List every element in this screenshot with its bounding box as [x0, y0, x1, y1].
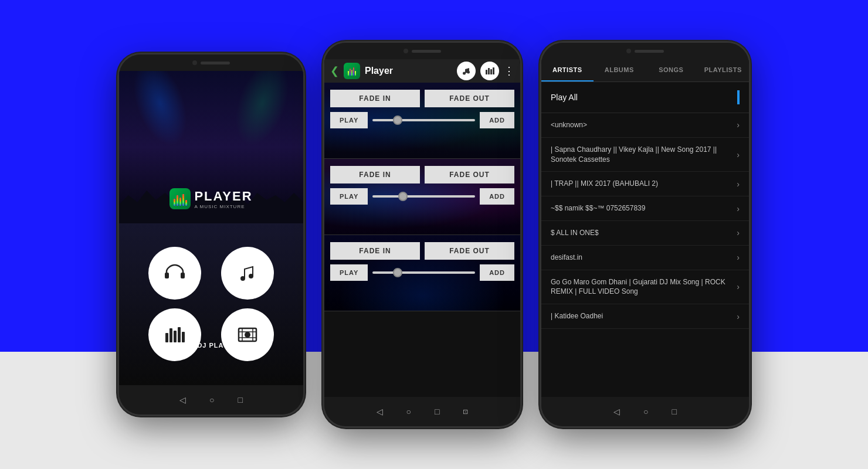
list-item-7[interactable]: | Katidee Oadhei ›: [541, 304, 749, 329]
deck1-thumb[interactable]: [393, 115, 402, 125]
eq-bar-5: [185, 200, 187, 206]
speaker-1: [201, 62, 230, 64]
deck1-row1: FADE IN FADE OUT: [330, 90, 514, 107]
camera-1: [192, 60, 197, 65]
deck3-controls: FADE IN FADE OUT PLAY ADD: [330, 242, 514, 281]
eq-bar-2: [177, 195, 178, 206]
speaker-2: [412, 50, 441, 53]
music-button[interactable]: [221, 247, 274, 300]
phone-3: ARTISTS ALBUMS SONGS PLAYLISTS Play All …: [540, 41, 751, 428]
back-nav-3[interactable]: ◁: [613, 407, 620, 416]
svg-rect-17: [486, 70, 487, 74]
list-item-6[interactable]: Go Go Maro Gom Dhani | Gujarati DJ Mix S…: [541, 270, 749, 305]
back-nav-2[interactable]: ◁: [377, 407, 383, 416]
list-item-3[interactable]: ~$$ namik $$~™ 0752657839 ›: [541, 196, 749, 221]
recents-nav-3[interactable]: □: [672, 407, 677, 416]
deck2-slider[interactable]: [372, 195, 475, 198]
deck2-fade-out[interactable]: FADE OUT: [425, 166, 514, 183]
chevron-2: ›: [737, 179, 740, 189]
deck2-row1: FADE IN FADE OUT: [330, 166, 514, 183]
player-header: ❮ Player: [324, 59, 520, 83]
chevron-0: ›: [737, 120, 740, 130]
play-all-text: Play All: [551, 93, 733, 102]
artists-list: Play All <unknown> › | Sapna Chaudhary |…: [541, 82, 749, 393]
list-item-0[interactable]: <unknown> ›: [541, 113, 749, 138]
svg-point-14: [245, 332, 250, 338]
app-nav-2[interactable]: ⊡: [463, 408, 468, 416]
equalizer-button[interactable]: [148, 308, 201, 361]
artist-name-4: $ ALL IN ONE$: [551, 228, 737, 238]
deck2-thumb[interactable]: [398, 192, 408, 201]
deck3-slider[interactable]: [372, 271, 475, 274]
list-item-4[interactable]: $ ALL IN ONE$ ›: [541, 221, 749, 246]
music-note-icon: [462, 66, 471, 76]
deck1-play[interactable]: PLAY: [330, 112, 368, 128]
phone-bottom-1: ◁ ○ □: [119, 385, 303, 414]
logo-row: PLAYER A MUSIC MIXTURE: [169, 188, 252, 209]
music-icon: [235, 261, 260, 286]
recents-nav-1[interactable]: □: [238, 395, 243, 405]
chevron-6: ›: [737, 282, 740, 291]
chevron-4: ›: [737, 228, 740, 237]
artist-name-0: <unknown>: [551, 120, 737, 130]
play-all-indicator: [737, 90, 740, 104]
deck3-fade-out[interactable]: FADE OUT: [425, 242, 514, 260]
logo-title: PLAYER: [194, 189, 252, 204]
equalizer-icon-btn[interactable]: [480, 62, 499, 80]
deck1-fade-in[interactable]: FADE IN: [330, 90, 420, 107]
deck-3: FADE IN FADE OUT PLAY ADD: [324, 235, 520, 311]
logo-area: PLAYER A MUSIC MIXTURE: [119, 188, 303, 209]
tab-artists[interactable]: ARTISTS: [541, 59, 594, 81]
back-button[interactable]: ❮: [330, 64, 339, 77]
video-button[interactable]: [221, 308, 274, 361]
deck3-add[interactable]: ADD: [480, 264, 514, 281]
phone-2: ❮ Player: [323, 41, 522, 428]
list-item-1[interactable]: | Sapna Chaudhary || Vikey Kajla || New …: [541, 138, 749, 172]
music-icon-btn[interactable]: [457, 62, 476, 80]
home-nav-1[interactable]: ○: [209, 395, 214, 405]
deck1-fade-out[interactable]: FADE OUT: [425, 90, 514, 107]
eq-bar-1: [174, 199, 175, 206]
deck2-row2: PLAY ADD: [330, 188, 514, 205]
recents-nav-2[interactable]: □: [435, 407, 439, 416]
svg-rect-18: [488, 68, 490, 74]
svg-point-16: [467, 71, 470, 74]
deck3-fade-in[interactable]: FADE IN: [330, 242, 420, 260]
svg-point-3: [249, 274, 253, 278]
deck3-row2: PLAY ADD: [330, 264, 514, 281]
logo-subtitle: A MUSIC MIXTURE: [194, 204, 252, 209]
eq-bar-4: [182, 194, 184, 206]
phone-top-2: [324, 43, 520, 59]
deck3-play[interactable]: PLAY: [330, 264, 368, 281]
back-nav-1[interactable]: ◁: [179, 395, 186, 405]
more-menu[interactable]: ⋮: [504, 64, 514, 77]
artist-name-3: ~$$ namik $$~™ 0752657839: [551, 203, 737, 213]
play-all-item[interactable]: Play All: [541, 82, 749, 113]
home-nav-2[interactable]: ○: [406, 407, 411, 416]
deck2-play[interactable]: PLAY: [330, 188, 368, 205]
list-item-5[interactable]: desifast.in ›: [541, 246, 749, 270]
deck1-slider[interactable]: [372, 119, 475, 121]
tab-songs[interactable]: SONGS: [645, 59, 697, 81]
svg-rect-19: [490, 69, 492, 74]
home-nav-3[interactable]: ○: [643, 407, 648, 416]
artist-name-2: | TRAP || MIX 2017 (BAHUBALI 2): [551, 179, 737, 189]
deck1-add[interactable]: ADD: [480, 112, 514, 128]
deck3-thumb[interactable]: [393, 268, 402, 277]
list-item-2[interactable]: | TRAP || MIX 2017 (BAHUBALI 2) ›: [541, 172, 749, 196]
bars-icon: [485, 66, 494, 76]
phone-bottom-2: ◁ ○ □ ⊡: [324, 397, 520, 426]
app-icon: [169, 188, 191, 209]
tab-playlists[interactable]: PLAYLISTS: [697, 59, 750, 81]
headphones-icon: [162, 261, 187, 286]
camera-3: [626, 49, 631, 53]
headphones-button[interactable]: [148, 247, 201, 300]
phone-1: PLAYER A MUSIC MIXTURE: [117, 53, 305, 416]
deck1-controls: FADE IN FADE OUT PLAY ADD: [330, 90, 514, 128]
tab-albums[interactable]: ALBUMS: [594, 59, 646, 81]
screen-2: ❮ Player: [324, 59, 520, 397]
player-logo: [344, 63, 360, 79]
deck-1: FADE IN FADE OUT PLAY ADD: [324, 83, 520, 159]
deck2-fade-in[interactable]: FADE IN: [330, 166, 420, 183]
deck2-add[interactable]: ADD: [480, 188, 514, 205]
